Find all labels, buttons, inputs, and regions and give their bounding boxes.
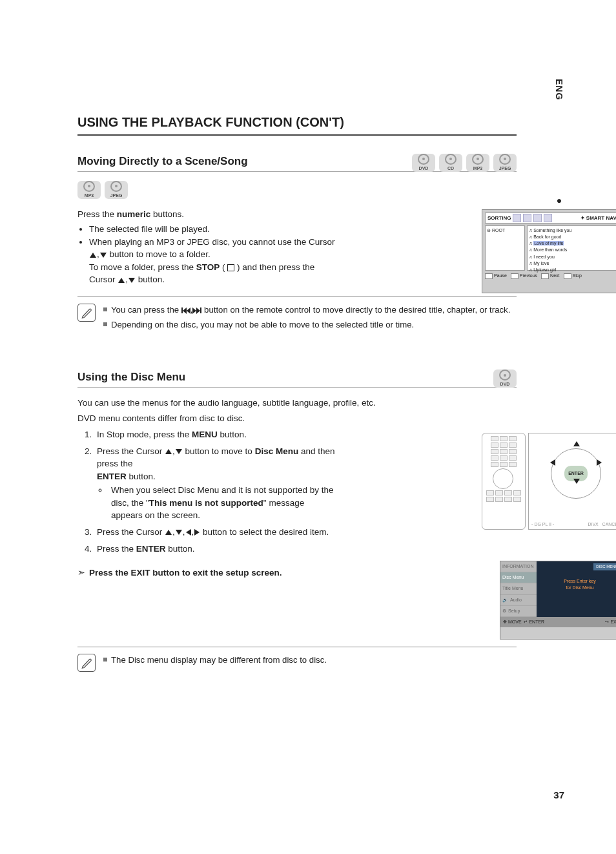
- badge-dvd: DVD: [412, 154, 435, 172]
- bullet-selected-file: The selected file will be played.: [89, 223, 336, 236]
- sort-icon-3: [533, 214, 542, 222]
- badge-dvd-2: DVD: [493, 370, 517, 388]
- cursor-up-icon-3: [165, 449, 172, 454]
- step-4: Press the ENTER button.: [94, 543, 336, 556]
- step-2-sub: When you select Disc Menu and it is not …: [108, 484, 336, 522]
- sort-icon-4: [544, 214, 552, 222]
- section1-body: Press the numeric buttons. The selected …: [77, 205, 336, 286]
- section2-intro: You can use the menus for the audio lang…: [77, 397, 517, 410]
- cursor-right-icon: [194, 529, 200, 536]
- badge-jpeg-inline: JPEG: [105, 181, 128, 199]
- smart-navi-label: SMART NAVI: [586, 215, 616, 221]
- stop-icon: [227, 264, 234, 271]
- note-skip: You can press the , button on the remote…: [103, 304, 517, 316]
- osd-figure: INFORMATION Disc Menu Title Menu 🔊 Audio…: [500, 561, 616, 640]
- osd-sidebar: INFORMATION Disc Menu Title Menu 🔊 Audio…: [500, 561, 537, 617]
- sort-icon-1: [513, 214, 521, 222]
- step-1: In Stop mode, press the MENU button.: [94, 428, 336, 441]
- section-disc-menu: DVD Using the Disc Menu You can use the …: [77, 370, 517, 671]
- section2-rule: [77, 387, 517, 388]
- skip-next-icon: [192, 307, 201, 314]
- osd-item-audio: 🔊 Audio: [500, 595, 537, 606]
- cursor-up-icon: [90, 253, 96, 258]
- title-rule: [77, 134, 517, 136]
- sorting-label: SORTING: [488, 214, 511, 222]
- bullet-cursor-restrict: When playing an MP3 or JPEG disc, you ca…: [89, 236, 336, 286]
- section1-notes: You can press the , button on the remote…: [77, 297, 517, 333]
- section2-body: You can use the menus for the audio lang…: [77, 397, 517, 582]
- badge-mp3-inline: MP3: [77, 181, 101, 199]
- badge-cd: CD: [439, 154, 462, 172]
- badge-mp3: MP3: [466, 154, 489, 172]
- media-badges-top: DVD CD MP3 JPEG: [412, 154, 517, 172]
- media-badges-inline: MP3 JPEG: [77, 181, 517, 199]
- section2-heading: Using the Disc Menu: [77, 370, 517, 386]
- cursor-up-icon-4: [165, 530, 172, 535]
- cursor-left-icon: [186, 529, 191, 536]
- note-icon: [77, 304, 96, 322]
- song-pane: ♫ Something like you ♫ Back for good ♫ L…: [527, 225, 616, 271]
- section2-notes: The Disc menu display may be different f…: [77, 647, 517, 672]
- page-content: USING THE PLAYBACK FUNCTION (CON'T) DVD …: [77, 113, 517, 672]
- remote-wheel: [493, 468, 513, 489]
- cursor-down-icon-3: [176, 449, 182, 454]
- cursor-down-icon-2: [128, 278, 135, 283]
- osd-item-disc-menu: Disc Menu: [500, 572, 537, 583]
- note-disc-menu-vary: The Disc menu display may be different f…: [103, 654, 517, 666]
- skip-prev-icon: [181, 307, 190, 314]
- remote-body: [482, 433, 526, 530]
- section2-intro2: DVD menu contents differ from disc to di…: [77, 412, 517, 425]
- cursor-down-icon-4: [176, 530, 182, 535]
- step-2: Press the Cursor , button to move to Dis…: [94, 445, 336, 522]
- osd-item-setup: ⚙ Setup: [500, 606, 537, 617]
- folder-pane: ⊖ ROOT: [485, 225, 525, 271]
- osd-item-title-menu: Title Menu: [500, 583, 537, 594]
- badge-jpeg: JPEG: [493, 154, 517, 172]
- cursor-down-icon: [100, 253, 107, 258]
- page-title: USING THE PLAYBACK FUNCTION (CON'T): [77, 113, 517, 132]
- sorting-panel-figure: SORTING ✦ SMART NAVI ⊖ ROOT ♫ Something …: [482, 209, 616, 293]
- remote-zoom: ENTER ◦ DG PL II ◦DIVX CANCEL: [528, 433, 616, 530]
- osd-view: DISC MENU Press Enter key for Disc Menu: [537, 561, 616, 617]
- media-badges-dvd: DVD: [493, 370, 517, 388]
- page-number: 37: [553, 788, 564, 802]
- pointer-icon: ➣: [77, 567, 85, 579]
- section-moving-scene: DVD CD MP3 JPEG Moving Directly to a Sce…: [77, 154, 517, 333]
- exit-instruction: Press the EXIT button to exit the setup …: [89, 568, 282, 578]
- osd-header: DISC MENU: [593, 563, 616, 570]
- sort-icon-2: [523, 214, 531, 222]
- note-depending: Depending on the disc, you may not be ab…: [103, 318, 517, 331]
- language-tab: ENG: [553, 79, 566, 100]
- step-3: Press the Cursor ,,, button to select th…: [94, 526, 336, 539]
- osd-footer: ✥ MOVE ↵ ENTER ↪ EXIT: [500, 617, 616, 627]
- osd-corner: INFORMATION: [500, 561, 537, 572]
- cursor-up-icon-2: [118, 278, 125, 283]
- note-icon-2: [77, 654, 96, 672]
- remote-figure: ENTER ◦ DG PL II ◦DIVX CANCEL: [482, 433, 616, 530]
- manual-page: ENG ● PLAYBACK USING THE PLAYBACK FUNCTI…: [0, 0, 616, 854]
